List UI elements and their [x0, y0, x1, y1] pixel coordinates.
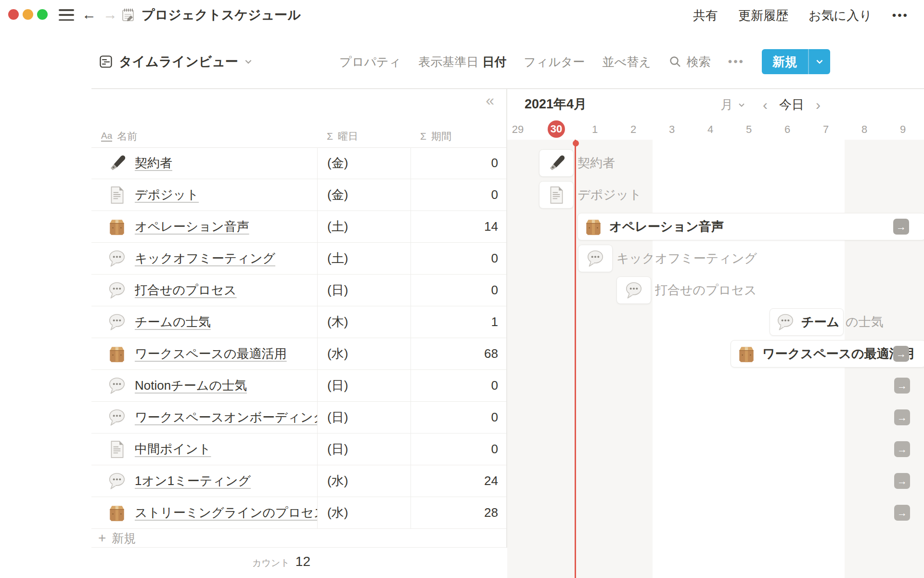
- speech-bubble-icon: [624, 280, 644, 301]
- today-line: [575, 140, 576, 578]
- document-icon: [546, 185, 566, 205]
- sort-button[interactable]: 並べ替え: [603, 54, 651, 70]
- timeline-month-label: 2021年4月: [525, 95, 587, 113]
- timeline-item-title: オペレーション音声: [609, 218, 724, 235]
- timeline-card[interactable]: [539, 149, 574, 177]
- timeline-item-overflow-label: デポジット: [578, 181, 642, 209]
- timeline-card[interactable]: チーム: [770, 308, 844, 336]
- package-icon: [736, 344, 757, 364]
- scroll-to-item-arrow-button[interactable]: →: [894, 505, 910, 521]
- notion-window: ← → プロジェクトスケジュール 共有 更新履歴 お気に入り •••: [0, 0, 924, 578]
- new-button-label: 新規: [762, 49, 808, 74]
- timeline-card[interactable]: [578, 245, 613, 272]
- timeline-item-title: ワークスペースの最適活用: [762, 345, 914, 362]
- timeline-date: 7: [807, 123, 845, 136]
- share-button[interactable]: 共有: [693, 7, 718, 24]
- package-icon: [583, 217, 603, 237]
- timeline-prev-icon[interactable]: ‹: [763, 98, 768, 112]
- timeline-date: 4: [691, 123, 730, 136]
- traffic-minimize-button[interactable]: [23, 9, 33, 20]
- timeline-date: 29: [499, 123, 537, 136]
- search-icon: [668, 55, 682, 68]
- timeline-card[interactable]: [616, 276, 651, 304]
- date-basis-button[interactable]: 表示基準日日付: [418, 54, 506, 70]
- more-options-icon[interactable]: •••: [892, 9, 909, 22]
- timeline-canvas[interactable]: 2021年4月 月 ‹ 今日 › 2930123456789 契約者 デポジット…: [0, 89, 924, 578]
- back-arrow-icon[interactable]: ←: [82, 4, 96, 25]
- date-basis-value: 日付: [482, 55, 506, 68]
- speech-bubble-icon: [775, 312, 796, 332]
- traffic-zoom-button[interactable]: [37, 9, 48, 20]
- bar-end-arrow-button[interactable]: →: [893, 346, 909, 362]
- package-icon: [583, 217, 603, 237]
- speech-bubble-icon: [585, 249, 605, 269]
- timeline-date: 8: [845, 123, 884, 136]
- filter-button[interactable]: フィルター: [524, 54, 585, 70]
- speech-bubble-icon: [585, 249, 605, 269]
- timeline-item-overflow-label: キックオフミーティング: [616, 245, 757, 272]
- search-label: 検索: [687, 54, 711, 70]
- view-name: タイムラインビュー: [119, 53, 238, 70]
- scroll-to-item-arrow-button[interactable]: →: [894, 378, 910, 394]
- view-switcher[interactable]: タイムラインビュー: [99, 53, 253, 70]
- new-button-chevron-icon[interactable]: [808, 49, 830, 74]
- search-button[interactable]: 検索: [668, 54, 711, 70]
- timeline-view-icon: [99, 54, 113, 69]
- timeline-date: 6: [768, 123, 807, 136]
- timeline-item-title: チーム: [801, 314, 839, 330]
- chevron-down-icon: [738, 101, 745, 109]
- traffic-close-button[interactable]: [8, 9, 19, 20]
- today-line-dot: [573, 140, 579, 146]
- pen-icon: [546, 153, 566, 173]
- pen-icon: [546, 153, 566, 173]
- new-button[interactable]: 新規: [762, 49, 830, 74]
- page-title[interactable]: プロジェクトスケジュール: [141, 6, 301, 24]
- view-toolbar: タイムラインビュー プロパティ 表示基準日日付 フィルター 並べ替え 検索 ••…: [99, 48, 830, 75]
- timeline-date: 5: [730, 123, 768, 136]
- timeline-scale-value: 月: [720, 96, 733, 113]
- timeline-today-button[interactable]: 今日: [779, 96, 804, 113]
- timeline-date: 9: [884, 123, 922, 136]
- sidebar-menu-icon[interactable]: [59, 9, 74, 21]
- favorite-button[interactable]: お気に入り: [808, 7, 872, 24]
- timeline-date: 1: [576, 123, 614, 136]
- bar-end-arrow-button[interactable]: →: [893, 219, 909, 235]
- timeline-bar[interactable]: オペレーション音声: [578, 213, 924, 240]
- timeline-next-icon[interactable]: ›: [816, 98, 821, 112]
- document-icon: [546, 185, 566, 205]
- updates-button[interactable]: 更新履歴: [738, 7, 788, 24]
- notepad-icon: [120, 7, 136, 23]
- scroll-to-item-arrow-button[interactable]: →: [894, 409, 910, 425]
- timeline-scale-select[interactable]: 月: [720, 96, 745, 113]
- date-basis-label: 表示基準日: [418, 55, 478, 68]
- timeline-item-overflow-label: の士気: [846, 308, 884, 336]
- scroll-to-item-arrow-button[interactable]: →: [894, 473, 910, 489]
- view-more-icon[interactable]: •••: [728, 55, 744, 68]
- chevron-down-icon: [244, 57, 253, 66]
- scroll-to-item-arrow-button[interactable]: →: [894, 441, 910, 457]
- today-date-badge[interactable]: 30: [548, 120, 565, 138]
- properties-button[interactable]: プロパティ: [339, 54, 401, 70]
- timeline-date: 2: [614, 123, 653, 136]
- timeline-date: 3: [653, 123, 691, 136]
- package-icon: [736, 344, 757, 364]
- speech-bubble-icon: [624, 280, 644, 301]
- forward-arrow-icon[interactable]: →: [103, 4, 117, 25]
- speech-bubble-icon: [775, 312, 796, 332]
- timeline-item-overflow-label: 打合せのプロセス: [655, 276, 757, 304]
- timeline-card[interactable]: [539, 181, 574, 209]
- timeline-item-overflow-label: 契約者: [578, 149, 615, 177]
